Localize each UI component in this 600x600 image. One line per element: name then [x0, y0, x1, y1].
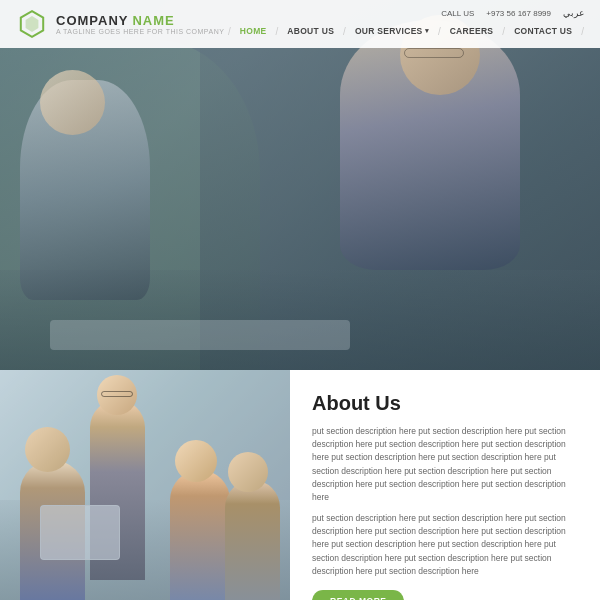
- nav-contact[interactable]: CONTACT US: [507, 22, 579, 40]
- read-more-button[interactable]: READ MORE: [312, 590, 404, 600]
- logo-tagline: A TAGLINE GOES HERE FOR THIS COMPANY: [56, 28, 224, 35]
- svg-marker-1: [26, 16, 39, 32]
- services-arrow: ▾: [425, 27, 429, 35]
- hero-background: [0, 0, 600, 370]
- phone-number[interactable]: +973 56 167 8999: [486, 9, 551, 18]
- about-title: About Us: [312, 392, 580, 415]
- nav-careers[interactable]: CAREERS: [443, 22, 501, 40]
- seated-person-3: [225, 480, 280, 600]
- standing-glasses: [101, 391, 133, 397]
- logo-name: NAME: [132, 13, 174, 28]
- about-content: About Us put section description here pu…: [290, 370, 600, 600]
- about-paragraph-2: put section description here put section…: [312, 512, 580, 578]
- logo-area: COMPANY NAME A TAGLINE GOES HERE FOR THI…: [16, 8, 224, 40]
- hero-table-surface: [50, 320, 350, 350]
- seated-head-2: [175, 440, 217, 482]
- nav-about[interactable]: ABOUT US: [280, 22, 341, 40]
- hero-glasses: [404, 48, 464, 58]
- hero-head-left: [40, 70, 105, 135]
- top-bar: CALL US +973 56 167 8999 عربي: [441, 8, 584, 18]
- call-label: CALL US: [441, 9, 474, 18]
- meeting-scene: [0, 370, 290, 600]
- seated-head-3: [228, 452, 268, 492]
- hero-section: [0, 0, 600, 370]
- arabic-link[interactable]: عربي: [563, 8, 584, 18]
- about-image: [0, 370, 290, 600]
- header-right: CALL US +973 56 167 8999 عربي / HOME / A…: [228, 8, 584, 40]
- about-paragraph-1: put section description here put section…: [312, 425, 580, 504]
- main-nav: / HOME / ABOUT US / OUR SERVICES ▾ / CAR…: [228, 22, 584, 40]
- logo-text: COMPANY NAME A TAGLINE GOES HERE FOR THI…: [56, 13, 224, 35]
- meeting-tablet: [40, 505, 120, 560]
- logo-icon: [16, 8, 48, 40]
- seated-head-1: [25, 427, 70, 472]
- nav-home[interactable]: HOME: [233, 22, 274, 40]
- logo-company: COMPANY: [56, 13, 128, 28]
- nav-services[interactable]: OUR SERVICES ▾: [348, 22, 436, 40]
- seated-person-2: [170, 470, 230, 600]
- site-header: COMPANY NAME A TAGLINE GOES HERE FOR THI…: [0, 0, 600, 48]
- about-section: About Us put section description here pu…: [0, 370, 600, 600]
